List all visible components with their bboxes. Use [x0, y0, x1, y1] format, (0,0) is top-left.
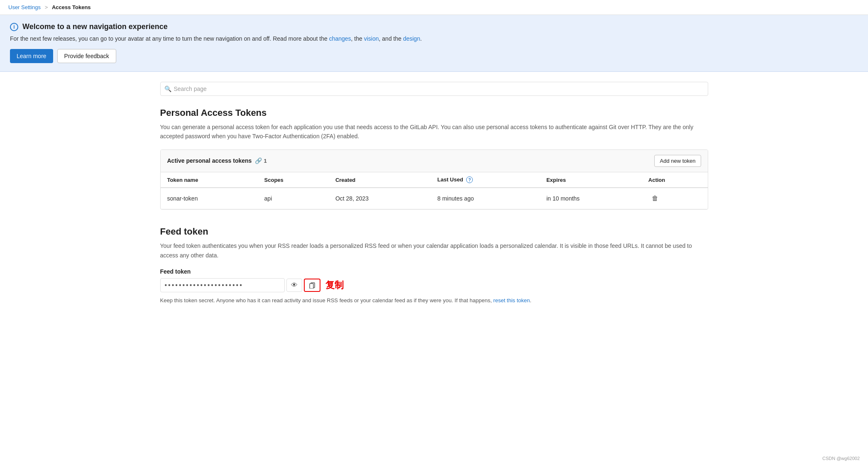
token-table-header: Active personal access tokens 🔗 1 Add ne… — [161, 150, 708, 172]
search-icon: 🔍 — [164, 86, 171, 92]
feed-token-input[interactable] — [160, 278, 285, 292]
banner-title: Welcome to a new navigation experience — [22, 22, 168, 31]
feed-token-title: Feed token — [160, 226, 708, 237]
personal-access-tokens-section: Personal Access Tokens You can generate … — [160, 108, 708, 210]
token-badge: 🔗 1 — [255, 157, 267, 164]
navigation-banner: i Welcome to a new navigation experience… — [0, 15, 868, 72]
banner-description: For the next few releases, you can go to… — [10, 34, 858, 43]
copy-token-button[interactable] — [304, 279, 320, 292]
design-link[interactable]: design — [403, 35, 420, 42]
breadcrumb-parent[interactable]: User Settings — [8, 4, 41, 10]
add-new-token-button[interactable]: Add new token — [654, 155, 701, 167]
active-tokens-label: Active personal access tokens — [167, 157, 252, 164]
table-header-row: Token name Scopes Created Last Used ? Ex… — [161, 172, 708, 188]
col-action: Action — [642, 172, 708, 188]
link-icon: 🔗 — [255, 157, 262, 164]
table-row: sonar-token api Oct 28, 2023 8 minutes a… — [161, 188, 708, 209]
info-icon: i — [10, 23, 18, 31]
feed-token-label: Feed token — [160, 268, 708, 275]
col-expires: Expires — [540, 172, 642, 188]
feed-token-description: Your feed token authenticates you when y… — [160, 241, 708, 260]
col-scopes: Scopes — [258, 172, 329, 188]
pat-section-title: Personal Access Tokens — [160, 108, 708, 118]
token-name-cell: sonar-token — [161, 188, 258, 209]
delete-token-button[interactable]: 🗑 — [648, 193, 662, 204]
token-action-cell[interactable]: 🗑 — [642, 188, 708, 209]
vision-link[interactable]: vision — [364, 35, 379, 42]
token-expires-cell: in 10 months — [540, 188, 642, 209]
col-token-name: Token name — [161, 172, 258, 188]
changes-link[interactable]: changes — [329, 35, 351, 42]
last-used-help-icon[interactable]: ? — [466, 176, 473, 183]
search-container: 🔍 — [160, 82, 708, 96]
feed-token-note: Keep this token secret. Anyone who has i… — [160, 296, 708, 305]
last-used-label: Last Used — [438, 176, 463, 183]
reset-token-link[interactable]: reset this token — [493, 297, 530, 303]
copy-label: 复制 — [325, 279, 344, 291]
pat-description: You can generate a personal access token… — [160, 122, 708, 141]
token-scopes-cell: api — [258, 188, 329, 209]
feed-token-input-row: 👁 复制 — [160, 278, 708, 292]
main-content: 🔍 Personal Access Tokens You can generat… — [144, 72, 725, 315]
show-token-button[interactable]: 👁 — [286, 279, 302, 292]
breadcrumb: User Settings > Access Tokens — [0, 0, 868, 15]
token-count: 1 — [264, 158, 267, 164]
search-input[interactable] — [160, 82, 708, 96]
breadcrumb-separator: > — [45, 4, 48, 10]
token-last-used-cell: 8 minutes ago — [431, 188, 540, 209]
provide-feedback-button[interactable]: Provide feedback — [57, 49, 116, 63]
copy-icon — [309, 282, 315, 289]
active-tokens-title: Active personal access tokens 🔗 1 — [167, 157, 267, 164]
feed-token-section: Feed token Your feed token authenticates… — [160, 226, 708, 304]
token-table-container: Active personal access tokens 🔗 1 Add ne… — [160, 149, 708, 210]
tokens-table: Token name Scopes Created Last Used ? Ex… — [161, 172, 708, 210]
breadcrumb-current: Access Tokens — [52, 4, 91, 10]
col-created: Created — [329, 172, 431, 188]
token-created-cell: Oct 28, 2023 — [329, 188, 431, 209]
col-last-used: Last Used ? — [431, 172, 540, 188]
svg-rect-1 — [310, 284, 313, 289]
learn-more-button[interactable]: Learn more — [10, 49, 53, 63]
